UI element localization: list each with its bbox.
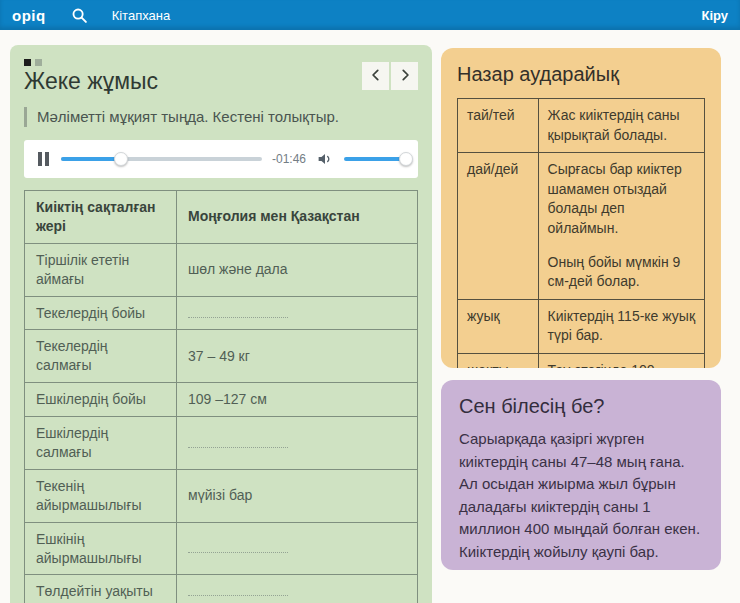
table-row: Тіршілік ететін аймағышөл және дала <box>25 243 418 296</box>
table-row: Ешкілердің бойы109 –127 см <box>25 383 418 417</box>
chevron-right-icon <box>398 68 412 85</box>
vocab-row: жуықКиіктердің 115-ке жуық түрі бар. <box>458 299 705 353</box>
row-label-cell: Тіршілік ететін аймағы <box>25 243 177 296</box>
row-value-cell: 109 –127 см <box>177 383 418 417</box>
table-header-row: Киіктің сақталған жері Моңғолия мен Қаза… <box>25 190 418 243</box>
slide-indicator <box>24 59 418 66</box>
table-row: Төлдейтін уақыты <box>25 575 418 603</box>
did-you-know-panel: Сен білесің бе? Сарыарқада қазіргі жүрге… <box>441 380 721 570</box>
blank-answer-line <box>188 308 288 318</box>
attention-title: Назар аударайық <box>457 63 705 86</box>
slide-dot-next[interactable] <box>35 59 42 66</box>
pause-button[interactable] <box>36 150 51 168</box>
vocab-term-cell: шақты <box>458 353 539 368</box>
attention-panel: Назар аударайық тай/тейЖас киіктердің са… <box>441 48 721 368</box>
slide-dot-current[interactable] <box>24 59 31 66</box>
row-value-cell <box>177 522 418 575</box>
table-row: Текелердің бойы <box>25 296 418 330</box>
volume-slider[interactable] <box>344 157 406 161</box>
table-header-label: Киіктің сақталған жері <box>25 190 177 243</box>
audio-progress-fill <box>61 157 121 161</box>
table-row: Текелердің салмағы37 – 49 кг <box>25 330 418 383</box>
row-label-cell: Ешкінің айырмашылығы <box>25 522 177 575</box>
vocab-example-cell: Жас киіктердің саны қырықтай болады. <box>538 99 704 153</box>
attention-table-body: тай/тейЖас киіктердің саны қырықтай бола… <box>458 99 705 369</box>
blank-answer-line <box>188 543 288 553</box>
row-label-cell: Ешкілердің салмағы <box>25 417 177 470</box>
row-label-cell: Төлдейтін уақыты <box>25 575 177 603</box>
lesson-table-body: Киіктің сақталған жері Моңғолия мен Қаза… <box>25 190 418 603</box>
search-icon[interactable] <box>68 3 92 27</box>
vocab-term-cell: жуық <box>458 299 539 353</box>
page-title: Жеке жұмыс <box>24 68 158 94</box>
row-value-cell <box>177 296 418 330</box>
row-label-cell: Текенің айырмашылығы <box>25 469 177 522</box>
lesson-panel: Жеке жұмыс Мәліметті мұқият тыңда. Кесте… <box>10 45 432 603</box>
chevron-left-icon <box>369 68 383 85</box>
vocab-row: шақтыТау етегінде 100 шақты киік жайылып… <box>458 353 705 368</box>
audio-progress-thumb[interactable] <box>114 152 128 166</box>
prev-slide-button[interactable] <box>362 62 389 90</box>
opiq-logo[interactable]: opiq <box>12 7 46 24</box>
task-instruction: Мәліметті мұқият тыңда. Кестені толықтыр… <box>24 107 418 127</box>
vocab-example-cell: Сырғасы бар киіктер шамамен отыздай бола… <box>538 153 704 300</box>
next-slide-button[interactable] <box>391 62 418 90</box>
fact-text: Сарыарқада қазіргі жүрген киіктердің сан… <box>459 428 703 563</box>
volume-icon[interactable] <box>316 150 334 168</box>
library-link[interactable]: Кітапхана <box>112 8 171 23</box>
table-row: Ешкінің айырмашылығы <box>25 522 418 575</box>
vocab-term-cell: дай/дей <box>458 153 539 300</box>
table-header-value: Моңғолия мен Қазақстан <box>177 190 418 243</box>
audio-progress-bar[interactable] <box>61 157 262 161</box>
row-value-cell: шөл және дала <box>177 243 418 296</box>
table-row: Ешкілердің салмағы <box>25 417 418 470</box>
row-value-cell: мүйізі бар <box>177 469 418 522</box>
row-label-cell: Текелердің салмағы <box>25 330 177 383</box>
saiga-data-table: Киіктің сақталған жері Моңғолия мен Қаза… <box>24 190 418 603</box>
row-value-cell <box>177 417 418 470</box>
vocab-example-cell: Киіктердің 115-ке жуық түрі бар. <box>538 299 704 353</box>
vocabulary-table: тай/тейЖас киіктердің саны қырықтай бола… <box>457 98 705 368</box>
time-remaining: -01:46 <box>272 152 306 166</box>
row-label-cell: Ешкілердің бойы <box>25 383 177 417</box>
fact-title: Сен білесің бе? <box>459 395 703 418</box>
slide-pager <box>362 62 418 90</box>
vocab-row: тай/тейЖас киіктердің саны қырықтай бола… <box>458 99 705 153</box>
row-label-cell: Текелердің бойы <box>25 296 177 330</box>
vocab-row: дай/дейСырғасы бар киіктер шамамен отызд… <box>458 153 705 300</box>
top-bar: opiq Кітапхана Кіру <box>0 0 740 30</box>
row-value-cell: 37 – 49 кг <box>177 330 418 383</box>
table-row: Текенің айырмашылығымүйізі бар <box>25 469 418 522</box>
audio-player: -01:46 <box>24 140 418 178</box>
blank-answer-line <box>188 586 288 596</box>
login-link[interactable]: Кіру <box>701 8 728 23</box>
row-value-cell <box>177 575 418 603</box>
vocab-example-cell: Тау етегінде 100 шақты киік жайылып жүр. <box>538 353 704 368</box>
volume-thumb[interactable] <box>399 152 413 166</box>
blank-answer-line <box>188 438 288 448</box>
vocab-term-cell: тай/тей <box>458 99 539 153</box>
